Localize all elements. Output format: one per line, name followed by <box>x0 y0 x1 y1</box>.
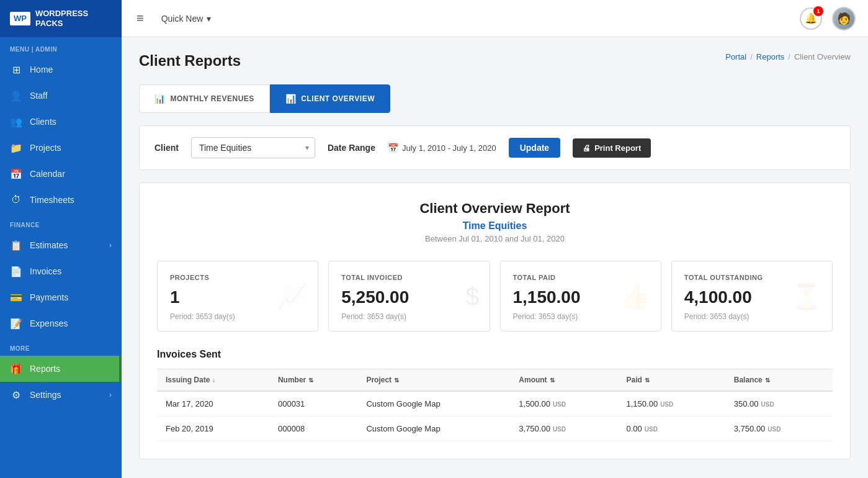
report-content: Client Overview Report Time Equities Bet… <box>139 183 851 459</box>
table-header-4[interactable]: Paid⇅ <box>618 369 725 392</box>
print-report-button[interactable]: 🖨 Print Report <box>573 138 651 158</box>
sidebar-label-reports: Reports <box>30 364 60 374</box>
avatar-image: 🧑 <box>837 12 851 25</box>
table-header-3[interactable]: Amount⇅ <box>510 369 617 392</box>
notification-badge: 1 <box>813 6 823 16</box>
stat-label-projects: PROJECTS <box>170 274 305 281</box>
table-header-label-1: Number <box>278 376 306 384</box>
tab-label-monthly: MONTHLY REVENUES <box>171 94 254 103</box>
quick-new-chevron: ▾ <box>207 14 211 24</box>
sidebar-item-payments[interactable]: 💳 Payments <box>0 284 122 310</box>
invoices-icon: 📄 <box>10 265 22 277</box>
sidebar-logo: WP WORDPRESSPACKS <box>0 0 122 37</box>
sidebar-item-timesheets[interactable]: ⏱ Timesheets <box>0 187 122 213</box>
sidebar-section-label: MENU | ADMIN <box>0 37 122 56</box>
table-row: Mar 17, 2020 000031 Custom Google Map 1,… <box>157 391 833 417</box>
stat-card-total_paid: TOTAL PAID 1,150.00 Period: 3653 day(s) … <box>500 261 661 331</box>
table-header-0[interactable]: Issuing Date↓ <box>157 369 269 392</box>
stat-value-total_invoiced: 5,250.00 <box>341 287 477 307</box>
sidebar-section-label: MORE <box>0 336 122 356</box>
sidebar-item-clients[interactable]: 👥 Clients <box>0 109 122 135</box>
amount-val-0: 1,500.00 <box>519 399 550 408</box>
table-header-5[interactable]: Balance⇅ <box>725 369 833 392</box>
stats-row: PROJECTS 1 Period: 3653 day(s) 📈 TOTAL I… <box>157 261 833 331</box>
stat-icon-total_outstanding: ⏳ <box>791 282 822 311</box>
row-amount-1: 3,750.00 USD <box>510 417 617 441</box>
paid-currency-1: USD <box>645 426 658 433</box>
balance-currency-1: USD <box>767 426 781 433</box>
table-header-label-3: Amount <box>519 376 547 384</box>
tab-icon-client: 📊 <box>285 94 297 104</box>
update-button[interactable]: Update <box>509 138 560 158</box>
sidebar-label-projects: Projects <box>30 143 61 153</box>
projects-icon: 📁 <box>10 142 22 154</box>
row-balance-0: 350.00 USD <box>725 391 833 417</box>
tab-monthly[interactable]: 📊MONTHLY REVENUES <box>139 84 270 113</box>
stat-icon-total_invoiced: $ <box>465 282 479 310</box>
breadcrumb: Portal / Reports / Client Overview <box>725 52 851 61</box>
sidebar-item-calendar[interactable]: 📅 Calendar <box>0 161 122 187</box>
stat-period-total_paid: Period: 3653 day(s) <box>513 312 648 321</box>
sidebar-label-timesheets: Timesheets <box>30 195 74 205</box>
sidebar-section-label: FINANCE <box>0 213 122 232</box>
notification-bell[interactable]: 🔔 1 <box>800 7 822 30</box>
sort-icon-3: ⇅ <box>550 377 555 384</box>
balance-val-1: 3,750.00 <box>734 424 766 433</box>
timesheets-icon: ⏱ <box>10 194 22 206</box>
row-amount-0: 1,500.00 USD <box>510 391 617 417</box>
paid-currency-0: USD <box>660 401 673 408</box>
sort-icon-5: ⇅ <box>765 377 770 384</box>
tab-label-client: CLIENT OVERVIEW <box>301 94 375 103</box>
hamburger-icon[interactable]: ≡ <box>134 9 146 28</box>
row-number-1: 000008 <box>269 417 358 441</box>
table-header-1[interactable]: Number⇅ <box>269 369 358 392</box>
breadcrumb-sep1: / <box>750 52 753 61</box>
sidebar-item-expenses[interactable]: 📝 Expenses <box>0 310 122 336</box>
sidebar-item-reports[interactable]: 🎁 Reports <box>0 356 122 382</box>
table-header-2[interactable]: Project⇅ <box>357 369 510 392</box>
invoices-table: Issuing Date↓Number⇅Project⇅Amount⇅Paid⇅… <box>157 369 833 441</box>
sidebar-item-estimates[interactable]: 📋 Estimates › <box>0 232 122 258</box>
table-header-label-4: Paid <box>627 376 642 384</box>
quick-new-button[interactable]: Quick New ▾ <box>156 11 217 26</box>
row-date-0: Mar 17, 2020 <box>157 391 269 417</box>
report-client-name: Time Equities <box>157 220 833 232</box>
sidebar-label-staff: Staff <box>30 91 48 101</box>
stat-label-total_invoiced: TOTAL INVOICED <box>341 274 477 281</box>
sidebar-item-projects[interactable]: 📁 Projects <box>0 135 122 161</box>
tab-client[interactable]: 📊CLIENT OVERVIEW <box>270 84 390 113</box>
sort-icon-1: ⇅ <box>308 377 313 384</box>
sidebar-label-calendar: Calendar <box>30 169 65 179</box>
clients-icon: 👥 <box>10 115 22 128</box>
stat-card-total_outstanding: TOTAL OUTSTANDING 4,100.00 Period: 3653 … <box>671 261 833 331</box>
sidebar-item-staff[interactable]: 👤 Staff <box>0 83 122 109</box>
print-label: Print Report <box>594 143 641 153</box>
amount-currency-1: USD <box>553 426 566 433</box>
breadcrumb-portal[interactable]: Portal <box>725 52 746 61</box>
sidebar-item-settings[interactable]: ⚙ Settings › <box>0 382 122 408</box>
estimates-icon: 📋 <box>10 239 22 251</box>
stat-label-total_outstanding: TOTAL OUTSTANDING <box>684 274 820 281</box>
logo-text: WORDPRESSPACKS <box>35 9 88 28</box>
row-project-1: Custom Google Map <box>357 417 510 441</box>
balance-currency-0: USD <box>761 401 774 408</box>
stat-card-total_invoiced: TOTAL INVOICED 5,250.00 Period: 3653 day… <box>328 261 490 331</box>
breadcrumb-reports[interactable]: Reports <box>756 52 785 61</box>
table-header-label-2: Project <box>366 376 391 384</box>
sidebar-label-expenses: Expenses <box>30 318 68 328</box>
calendar-icon: 📅 <box>10 168 22 180</box>
sidebar-item-home[interactable]: ⊞ Home <box>0 56 122 83</box>
row-balance-1: 3,750.00 USD <box>725 417 833 441</box>
stat-icon-total_paid: 👍 <box>620 282 651 311</box>
quick-new-label: Quick New <box>161 14 204 24</box>
stat-period-projects: Period: 3653 day(s) <box>170 312 305 321</box>
client-select[interactable]: Time Equities <box>191 137 315 158</box>
sidebar-item-invoices[interactable]: 📄 Invoices <box>0 258 122 284</box>
table-header-label-5: Balance <box>734 376 763 384</box>
stat-icon-projects: 📈 <box>277 282 308 311</box>
stat-label-total_paid: TOTAL PAID <box>513 274 648 281</box>
client-select-wrap: Time Equities ▾ <box>191 137 315 158</box>
staff-icon: 👤 <box>10 89 22 102</box>
tab-icon-monthly: 📊 <box>154 94 166 104</box>
avatar[interactable]: 🧑 <box>832 7 856 30</box>
